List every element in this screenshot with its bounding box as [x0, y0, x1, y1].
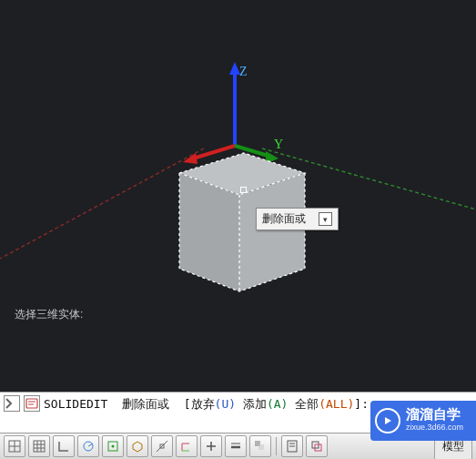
opt-add-label[interactable]: 添加 — [236, 397, 267, 411]
opt-giveup-key[interactable]: (U) — [215, 397, 236, 411]
viewport-scene: Z Y — [0, 0, 476, 392]
polar-toggle-button[interactable] — [77, 435, 99, 457]
selection-cycling-button[interactable] — [306, 435, 328, 457]
dyn-toggle-button[interactable] — [200, 435, 222, 457]
svg-line-29 — [157, 441, 167, 452]
svg-line-0 — [0, 148, 204, 259]
command-prompt-icon[interactable] — [4, 395, 20, 412]
transparency-toggle-button[interactable] — [249, 435, 271, 457]
svg-text:Y: Y — [274, 138, 283, 151]
svg-rect-20 — [34, 441, 45, 452]
toolbar-divider — [276, 437, 277, 455]
grid-toggle-button[interactable] — [28, 435, 50, 457]
otrack-toggle-button[interactable] — [151, 435, 173, 457]
opt-all-label[interactable]: 全部 — [288, 397, 319, 411]
svg-rect-35 — [258, 444, 264, 450]
watermark-sub: zixue.3d66.com — [406, 421, 463, 434]
svg-point-28 — [112, 445, 115, 448]
command-name: SOLIDEDIT — [44, 397, 107, 411]
command-recent-icon[interactable] — [24, 395, 40, 412]
osnap-toggle-button[interactable] — [102, 435, 124, 457]
ducs-toggle-button[interactable] — [176, 435, 197, 457]
svg-marker-41 — [385, 417, 391, 424]
viewport[interactable]: Z Y 删除面或 ▾ 选择三维实体: — [0, 0, 476, 392]
3d-osnap-toggle-button[interactable] — [127, 435, 148, 457]
svg-text:Z: Z — [239, 65, 248, 78]
watermark-main: 溜溜自学 — [406, 408, 463, 421]
svg-rect-14 — [26, 399, 37, 408]
prompt-history: 选择三维实体: — [11, 306, 86, 323]
pick-cursor — [240, 187, 247, 193]
lineweight-toggle-button[interactable] — [225, 435, 247, 457]
tooltip-label: 删除面或 — [262, 211, 306, 227]
ortho-toggle-button[interactable] — [53, 435, 75, 457]
opt-add-key[interactable]: (A) — [267, 397, 288, 411]
opt-all-key[interactable]: (ALL) — [319, 397, 354, 411]
command-text[interactable]: SOLIDEDIT 删除面或 [放弃(U) 添加(A) 全部(ALL)]: — [44, 393, 369, 413]
snap-toggle-button[interactable] — [4, 435, 25, 457]
opt-giveup-label[interactable]: 放弃 — [191, 397, 215, 411]
watermark-play-icon — [375, 408, 400, 434]
command-left-icons — [0, 393, 44, 414]
watermark-overlay: 溜溜自学 zixue.3d66.com — [370, 401, 476, 441]
dropdown-icon[interactable]: ▾ — [319, 212, 332, 226]
quick-properties-button[interactable] — [281, 435, 303, 457]
command-remove-label: 删除面或 — [122, 397, 169, 411]
solidedit-tooltip: 删除面或 ▾ — [256, 208, 339, 230]
